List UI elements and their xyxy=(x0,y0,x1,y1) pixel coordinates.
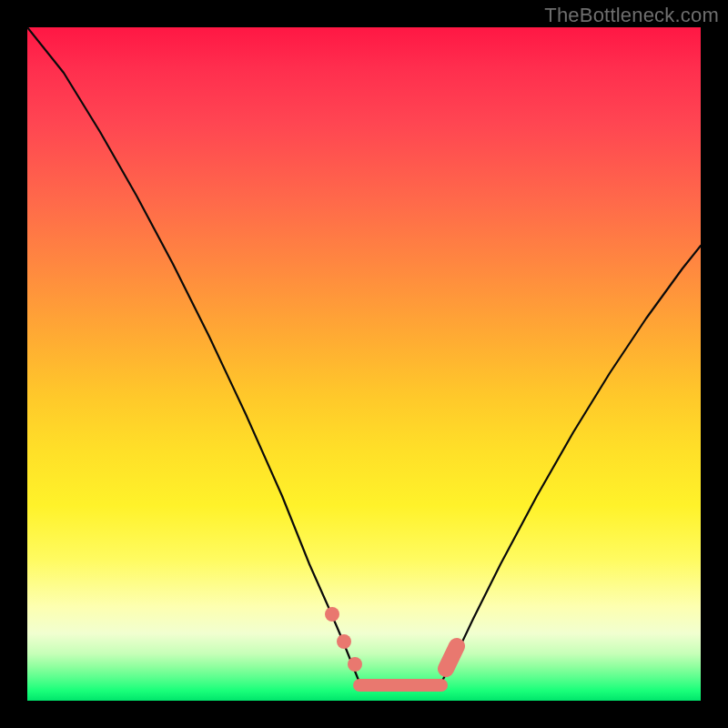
chart-frame: TheBottleneck.com xyxy=(0,0,728,728)
marker-dot xyxy=(325,607,339,622)
value-curve xyxy=(27,27,701,690)
attribution-text: TheBottleneck.com xyxy=(544,4,719,27)
marker-pill-right xyxy=(446,646,457,669)
plot-area xyxy=(27,27,701,701)
marker-dot xyxy=(348,657,362,672)
marker-dot xyxy=(337,634,351,649)
plot-svg xyxy=(27,27,701,701)
